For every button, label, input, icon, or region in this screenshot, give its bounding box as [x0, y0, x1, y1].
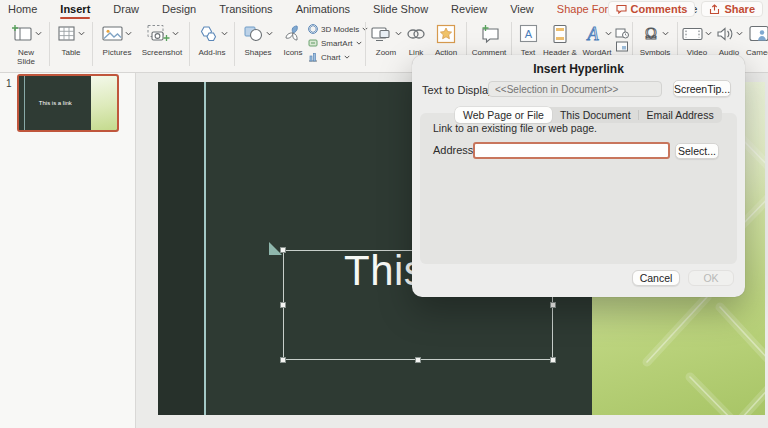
thumbnail-green-panel — [91, 76, 117, 130]
link-icon — [406, 27, 426, 41]
cameo-button[interactable]: Cameo — [745, 20, 768, 57]
chevron-down-icon — [605, 31, 612, 36]
icons-button[interactable]: Icons — [278, 20, 308, 57]
chevron-down-icon — [356, 41, 362, 45]
omega-symbol-icon: Ω — [642, 24, 660, 44]
slide-thumbnail-panel: 1 This is a link — [0, 73, 136, 428]
screenshot-button[interactable]: Screenshot — [138, 20, 186, 57]
cancel-button[interactable]: Cancel — [632, 270, 680, 286]
thumbnail-slide-preview: This is a link — [19, 76, 117, 130]
resize-handle-bottom-right[interactable] — [550, 357, 556, 363]
resize-handle-middle-left[interactable] — [280, 302, 286, 308]
tab-web-page-or-file[interactable]: Web Page or File — [455, 107, 552, 123]
slide-number: 1 — [6, 78, 12, 89]
menu-tab-slide-show[interactable]: Slide Show — [373, 1, 428, 18]
slide-number-icon[interactable] — [615, 41, 629, 52]
menu-tab-home[interactable]: Home — [8, 1, 37, 18]
text-to-display-label: Text to Display: — [422, 84, 497, 96]
new-slide-icon — [11, 24, 33, 44]
cameo-icon — [749, 25, 768, 42]
symbols-button[interactable]: Ω Symbols — [636, 20, 674, 57]
video-icon — [682, 26, 703, 42]
group-separator — [49, 22, 50, 66]
menu-tab-transitions[interactable]: Transitions — [219, 1, 272, 18]
3d-models-button[interactable]: 3D Models — [308, 23, 362, 36]
chevron-down-icon — [266, 31, 273, 36]
share-icon — [709, 4, 720, 15]
tab-email-address[interactable]: Email Address — [639, 107, 722, 123]
address-input-wrap — [473, 142, 670, 159]
shapes-button[interactable]: Shapes — [238, 20, 278, 57]
menu-tab-animations[interactable]: Animations — [296, 1, 350, 18]
new-slide-button[interactable]: New Slide — [6, 20, 46, 66]
resize-handle-bottom-left[interactable] — [280, 357, 286, 363]
menu-tab-view[interactable]: View — [510, 1, 534, 18]
chart-icon — [308, 52, 318, 62]
add-ins-icon — [197, 24, 219, 44]
link-description: Link to an existing file or web page. — [433, 122, 597, 134]
menu-tab-insert[interactable]: Insert — [60, 1, 90, 18]
chevron-down-icon — [35, 31, 42, 36]
zoom-button[interactable]: Zoom — [369, 20, 403, 57]
smartart-icon — [308, 38, 318, 48]
chevron-down-icon — [662, 31, 669, 36]
audio-button[interactable]: Audio — [713, 20, 745, 57]
address-input[interactable] — [475, 144, 668, 157]
comment-button[interactable]: Comment — [470, 20, 508, 57]
add-ins-button[interactable]: Add-ins — [193, 20, 231, 57]
date-time-icon[interactable] — [615, 28, 629, 39]
ok-button[interactable]: OK — [688, 270, 734, 286]
thumbnail-slide-text: This is a link — [25, 76, 86, 130]
wordart-button[interactable]: A WordArt — [579, 20, 615, 57]
table-button[interactable]: Table — [53, 20, 89, 57]
menu-tab-review[interactable]: Review — [451, 1, 487, 18]
svg-text:A: A — [586, 24, 599, 44]
zoom-icon — [371, 25, 393, 43]
tab-this-document[interactable]: This Document — [552, 107, 639, 123]
svg-text:A: A — [524, 28, 532, 40]
3d-models-icon — [308, 24, 318, 34]
slide-accent-line — [204, 82, 206, 415]
chevron-down-icon — [78, 31, 85, 36]
menu-tab-draw[interactable]: Draw — [113, 1, 139, 18]
dialog-title: Insert Hyperlink — [412, 62, 745, 76]
menu-tab-design[interactable]: Design — [162, 1, 196, 18]
header-footer-button[interactable]: Header & — [541, 20, 579, 57]
slide-thumbnail[interactable]: This is a link — [17, 74, 119, 132]
shapes-icon — [243, 24, 264, 43]
address-label: Address: — [433, 144, 476, 156]
chevron-down-icon — [705, 31, 712, 36]
group-separator — [189, 22, 190, 66]
share-button[interactable]: Share — [701, 1, 763, 17]
chart-button[interactable]: Chart — [308, 51, 362, 64]
group-separator — [365, 22, 366, 66]
icons-icon — [283, 24, 303, 43]
chevron-down-icon — [221, 31, 228, 36]
video-button[interactable]: Video — [681, 20, 713, 57]
dialog-group-panel — [420, 113, 737, 264]
dialog-tab-bar: Web Page or File This Document Email Add… — [455, 107, 722, 123]
link-button[interactable]: Link — [403, 20, 429, 57]
menu-bar: Home Insert Draw Design Transitions Anim… — [0, 0, 768, 18]
action-button[interactable]: Action — [429, 20, 463, 57]
chevron-down-icon — [395, 31, 402, 36]
comments-button[interactable]: Comments — [608, 1, 696, 17]
text-to-display-input[interactable] — [489, 82, 661, 96]
smartart-button[interactable]: SmartArt — [308, 37, 362, 50]
audio-icon — [716, 26, 734, 42]
text-box-button[interactable]: A Text — [515, 20, 541, 57]
slide-left-strip — [158, 82, 204, 415]
screenshot-icon — [146, 24, 170, 44]
resize-handle-middle-right[interactable] — [550, 302, 556, 308]
select-button[interactable]: Select... — [675, 143, 719, 159]
screentip-button[interactable]: ScreenTip... — [673, 80, 731, 97]
resize-handle-bottom-middle[interactable] — [415, 357, 421, 363]
table-icon — [57, 25, 76, 43]
chevron-down-icon — [125, 31, 132, 36]
pictures-icon — [102, 25, 123, 42]
insert-hyperlink-dialog: Insert Hyperlink Text to Display: Screen… — [412, 55, 745, 297]
pictures-button[interactable]: Pictures — [96, 20, 138, 57]
resize-handle-top-left[interactable] — [280, 247, 286, 253]
comment-bubble-icon — [616, 4, 627, 14]
header-footer-icon — [552, 24, 568, 44]
